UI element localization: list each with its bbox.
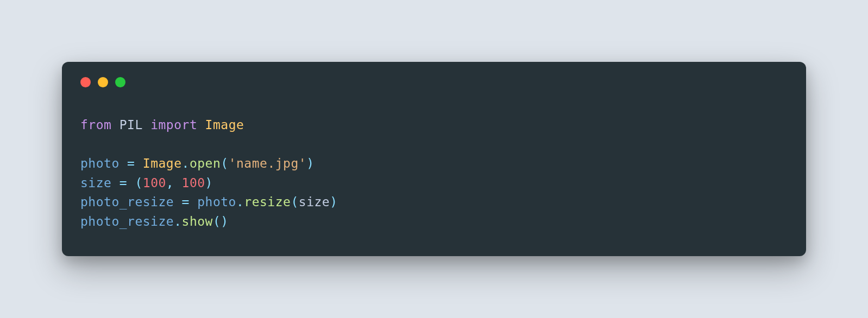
code-content[interactable]: from PIL import Image photo = Image.open… — [80, 116, 788, 232]
operator: = — [111, 176, 135, 190]
argument: size — [299, 195, 330, 209]
class-name: Image — [205, 118, 244, 132]
paren: ( — [291, 195, 298, 209]
operator: = — [119, 156, 143, 170]
minimize-icon[interactable] — [98, 77, 108, 87]
variable: photo — [80, 156, 119, 170]
paren: ) — [205, 176, 213, 190]
keyword-import: import — [150, 118, 197, 132]
paren: ( — [221, 156, 228, 170]
function-name: resize — [244, 195, 291, 209]
paren: ) — [330, 195, 337, 209]
traffic-lights — [80, 77, 788, 87]
paren: ( — [213, 214, 221, 228]
dot: . — [182, 156, 190, 170]
code-window: from PIL import Image photo = Image.open… — [62, 62, 806, 257]
variable: photo_resize — [80, 214, 174, 228]
function-name: open — [190, 156, 221, 170]
variable: size — [80, 176, 111, 190]
module-name: PIL — [119, 118, 143, 132]
paren: ( — [135, 176, 142, 190]
string-literal: 'name.jpg' — [229, 156, 306, 170]
dot: . — [174, 214, 181, 228]
maximize-icon[interactable] — [115, 77, 125, 87]
number-literal: 100 — [143, 176, 166, 190]
variable: photo — [197, 195, 236, 209]
close-icon[interactable] — [80, 77, 91, 87]
operator: = — [174, 195, 197, 209]
paren: ) — [306, 156, 314, 170]
comma: , — [166, 176, 182, 190]
paren: ) — [221, 214, 228, 228]
keyword-from: from — [80, 118, 111, 132]
number-literal: 100 — [182, 176, 205, 190]
dot: . — [236, 195, 244, 209]
variable: photo_resize — [80, 195, 174, 209]
function-name: show — [182, 214, 213, 228]
class-name: Image — [143, 156, 182, 170]
